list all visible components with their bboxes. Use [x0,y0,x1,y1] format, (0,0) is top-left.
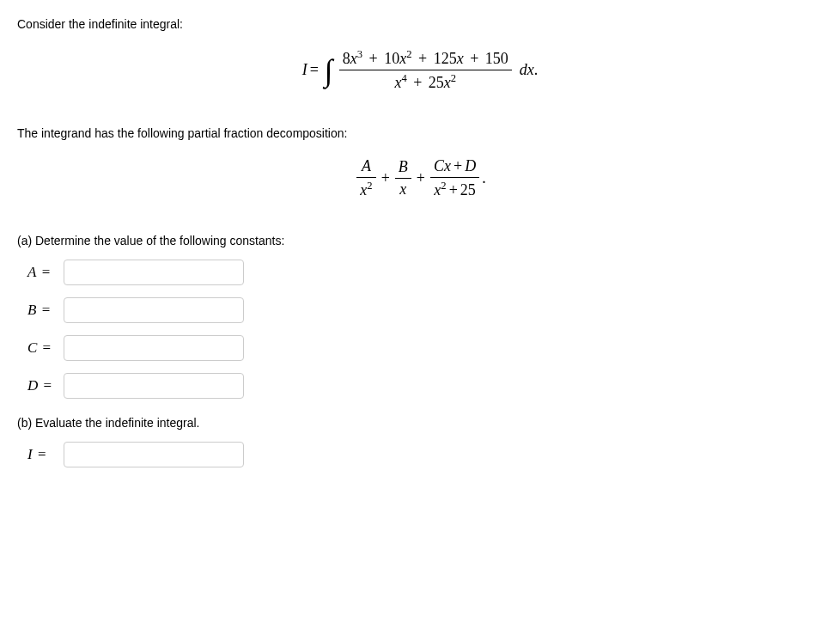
part-b-heading: (b) Evaluate the indefinite integral. [17,416,823,430]
decomp-term3: Cx+D x2+25 [430,157,479,199]
decomp-display: A x2 + B x + Cx+D x2+25 . [17,157,823,199]
input-row-D: D = [27,373,823,399]
input-row-I: I = [27,442,823,467]
decomp-term1: A x2 [356,157,375,199]
input-row-B: B = [27,297,823,323]
input-I[interactable] [64,442,244,467]
integral-display: I = ∫ 8x3 + 10x2 + 125x + 150 x4 + 25x2 … [17,48,823,92]
decomp-intro-text: The integrand has the following partial … [17,126,823,140]
part-a-heading: (a) Determine the value of the following… [17,234,823,247]
decomp-term2: B x [395,158,411,199]
integral-lhs: I [302,61,307,79]
input-row-C: C = [27,335,823,361]
input-row-A: A = [27,260,823,285]
input-B[interactable] [64,297,244,323]
input-C[interactable] [64,335,244,361]
intro-text: Consider the indefinite integral: [17,17,823,31]
input-A[interactable] [64,260,244,285]
integral-sign: ∫ [325,52,333,89]
input-D[interactable] [64,373,244,399]
integral-fraction: 8x3 + 10x2 + 125x + 150 x4 + 25x2 [339,48,512,92]
